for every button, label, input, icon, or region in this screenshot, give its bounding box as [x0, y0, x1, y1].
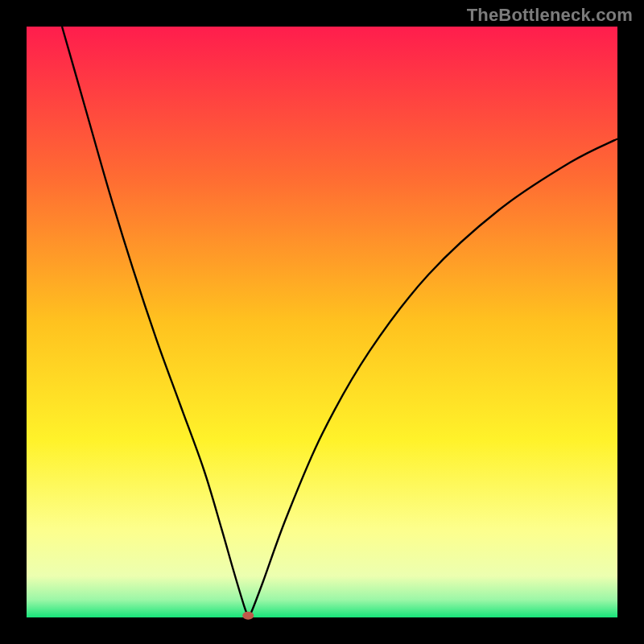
watermark-text: TheBottleneck.com — [467, 5, 633, 26]
plot-background — [27, 27, 617, 617]
optimal-marker — [242, 612, 254, 620]
bottleneck-chart — [0, 0, 644, 644]
chart-frame: { "watermark": "TheBottleneck.com", "cha… — [0, 0, 644, 644]
